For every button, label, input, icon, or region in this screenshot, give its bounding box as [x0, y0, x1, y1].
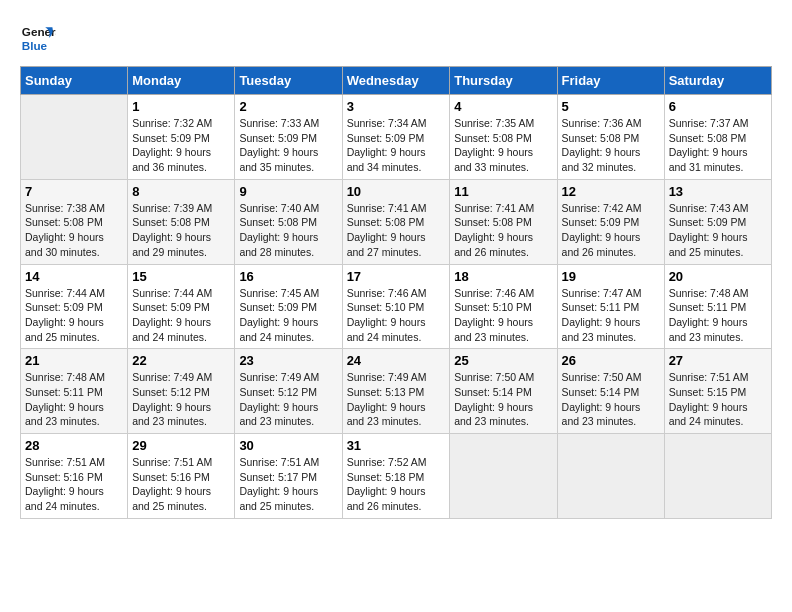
day-info: Sunrise: 7:34 AMSunset: 5:09 PMDaylight:…	[347, 116, 446, 175]
day-number: 23	[239, 353, 337, 368]
calendar-cell: 10Sunrise: 7:41 AMSunset: 5:08 PMDayligh…	[342, 179, 450, 264]
day-number: 11	[454, 184, 552, 199]
day-header-thursday: Thursday	[450, 67, 557, 95]
calendar-week-4: 21Sunrise: 7:48 AMSunset: 5:11 PMDayligh…	[21, 349, 772, 434]
day-number: 30	[239, 438, 337, 453]
day-number: 28	[25, 438, 123, 453]
calendar-cell: 1Sunrise: 7:32 AMSunset: 5:09 PMDaylight…	[128, 95, 235, 180]
day-number: 1	[132, 99, 230, 114]
day-number: 3	[347, 99, 446, 114]
day-number: 24	[347, 353, 446, 368]
calendar-cell: 16Sunrise: 7:45 AMSunset: 5:09 PMDayligh…	[235, 264, 342, 349]
calendar-cell: 13Sunrise: 7:43 AMSunset: 5:09 PMDayligh…	[664, 179, 771, 264]
day-info: Sunrise: 7:37 AMSunset: 5:08 PMDaylight:…	[669, 116, 767, 175]
calendar-cell: 31Sunrise: 7:52 AMSunset: 5:18 PMDayligh…	[342, 434, 450, 519]
calendar-cell: 6Sunrise: 7:37 AMSunset: 5:08 PMDaylight…	[664, 95, 771, 180]
day-info: Sunrise: 7:47 AMSunset: 5:11 PMDaylight:…	[562, 286, 660, 345]
day-info: Sunrise: 7:51 AMSunset: 5:16 PMDaylight:…	[132, 455, 230, 514]
day-info: Sunrise: 7:39 AMSunset: 5:08 PMDaylight:…	[132, 201, 230, 260]
day-info: Sunrise: 7:43 AMSunset: 5:09 PMDaylight:…	[669, 201, 767, 260]
day-header-friday: Friday	[557, 67, 664, 95]
day-number: 2	[239, 99, 337, 114]
day-number: 21	[25, 353, 123, 368]
page-header: General Blue	[20, 20, 772, 56]
calendar-cell: 4Sunrise: 7:35 AMSunset: 5:08 PMDaylight…	[450, 95, 557, 180]
day-number: 29	[132, 438, 230, 453]
calendar-cell: 19Sunrise: 7:47 AMSunset: 5:11 PMDayligh…	[557, 264, 664, 349]
day-info: Sunrise: 7:50 AMSunset: 5:14 PMDaylight:…	[454, 370, 552, 429]
day-number: 31	[347, 438, 446, 453]
calendar-cell: 20Sunrise: 7:48 AMSunset: 5:11 PMDayligh…	[664, 264, 771, 349]
calendar-cell: 12Sunrise: 7:42 AMSunset: 5:09 PMDayligh…	[557, 179, 664, 264]
day-info: Sunrise: 7:45 AMSunset: 5:09 PMDaylight:…	[239, 286, 337, 345]
day-info: Sunrise: 7:46 AMSunset: 5:10 PMDaylight:…	[347, 286, 446, 345]
day-number: 4	[454, 99, 552, 114]
day-number: 7	[25, 184, 123, 199]
day-info: Sunrise: 7:40 AMSunset: 5:08 PMDaylight:…	[239, 201, 337, 260]
day-info: Sunrise: 7:51 AMSunset: 5:16 PMDaylight:…	[25, 455, 123, 514]
day-header-tuesday: Tuesday	[235, 67, 342, 95]
calendar-cell: 23Sunrise: 7:49 AMSunset: 5:12 PMDayligh…	[235, 349, 342, 434]
day-number: 22	[132, 353, 230, 368]
day-info: Sunrise: 7:41 AMSunset: 5:08 PMDaylight:…	[454, 201, 552, 260]
day-header-saturday: Saturday	[664, 67, 771, 95]
day-number: 5	[562, 99, 660, 114]
day-info: Sunrise: 7:36 AMSunset: 5:08 PMDaylight:…	[562, 116, 660, 175]
calendar-cell: 22Sunrise: 7:49 AMSunset: 5:12 PMDayligh…	[128, 349, 235, 434]
calendar-cell	[664, 434, 771, 519]
calendar-cell: 27Sunrise: 7:51 AMSunset: 5:15 PMDayligh…	[664, 349, 771, 434]
calendar-cell: 17Sunrise: 7:46 AMSunset: 5:10 PMDayligh…	[342, 264, 450, 349]
day-info: Sunrise: 7:44 AMSunset: 5:09 PMDaylight:…	[25, 286, 123, 345]
calendar-week-5: 28Sunrise: 7:51 AMSunset: 5:16 PMDayligh…	[21, 434, 772, 519]
day-number: 6	[669, 99, 767, 114]
day-number: 20	[669, 269, 767, 284]
calendar-cell	[557, 434, 664, 519]
calendar-cell: 18Sunrise: 7:46 AMSunset: 5:10 PMDayligh…	[450, 264, 557, 349]
calendar-cell: 26Sunrise: 7:50 AMSunset: 5:14 PMDayligh…	[557, 349, 664, 434]
day-number: 13	[669, 184, 767, 199]
day-info: Sunrise: 7:42 AMSunset: 5:09 PMDaylight:…	[562, 201, 660, 260]
day-info: Sunrise: 7:44 AMSunset: 5:09 PMDaylight:…	[132, 286, 230, 345]
day-number: 27	[669, 353, 767, 368]
day-number: 26	[562, 353, 660, 368]
day-number: 15	[132, 269, 230, 284]
day-info: Sunrise: 7:49 AMSunset: 5:13 PMDaylight:…	[347, 370, 446, 429]
day-info: Sunrise: 7:51 AMSunset: 5:15 PMDaylight:…	[669, 370, 767, 429]
day-number: 14	[25, 269, 123, 284]
calendar-cell: 9Sunrise: 7:40 AMSunset: 5:08 PMDaylight…	[235, 179, 342, 264]
day-info: Sunrise: 7:33 AMSunset: 5:09 PMDaylight:…	[239, 116, 337, 175]
logo: General Blue	[20, 20, 56, 56]
calendar-cell: 28Sunrise: 7:51 AMSunset: 5:16 PMDayligh…	[21, 434, 128, 519]
day-info: Sunrise: 7:46 AMSunset: 5:10 PMDaylight:…	[454, 286, 552, 345]
calendar-table: SundayMondayTuesdayWednesdayThursdayFrid…	[20, 66, 772, 519]
calendar-cell: 5Sunrise: 7:36 AMSunset: 5:08 PMDaylight…	[557, 95, 664, 180]
calendar-week-3: 14Sunrise: 7:44 AMSunset: 5:09 PMDayligh…	[21, 264, 772, 349]
calendar-cell: 24Sunrise: 7:49 AMSunset: 5:13 PMDayligh…	[342, 349, 450, 434]
day-number: 16	[239, 269, 337, 284]
svg-text:Blue: Blue	[22, 39, 48, 52]
day-number: 9	[239, 184, 337, 199]
calendar-cell: 11Sunrise: 7:41 AMSunset: 5:08 PMDayligh…	[450, 179, 557, 264]
day-info: Sunrise: 7:41 AMSunset: 5:08 PMDaylight:…	[347, 201, 446, 260]
day-number: 19	[562, 269, 660, 284]
day-header-monday: Monday	[128, 67, 235, 95]
day-header-sunday: Sunday	[21, 67, 128, 95]
day-info: Sunrise: 7:32 AMSunset: 5:09 PMDaylight:…	[132, 116, 230, 175]
calendar-week-2: 7Sunrise: 7:38 AMSunset: 5:08 PMDaylight…	[21, 179, 772, 264]
day-info: Sunrise: 7:51 AMSunset: 5:17 PMDaylight:…	[239, 455, 337, 514]
day-number: 10	[347, 184, 446, 199]
day-info: Sunrise: 7:49 AMSunset: 5:12 PMDaylight:…	[239, 370, 337, 429]
day-number: 25	[454, 353, 552, 368]
calendar-week-1: 1Sunrise: 7:32 AMSunset: 5:09 PMDaylight…	[21, 95, 772, 180]
calendar-cell	[21, 95, 128, 180]
calendar-cell: 21Sunrise: 7:48 AMSunset: 5:11 PMDayligh…	[21, 349, 128, 434]
calendar-cell: 29Sunrise: 7:51 AMSunset: 5:16 PMDayligh…	[128, 434, 235, 519]
day-number: 8	[132, 184, 230, 199]
calendar-header-row: SundayMondayTuesdayWednesdayThursdayFrid…	[21, 67, 772, 95]
day-info: Sunrise: 7:48 AMSunset: 5:11 PMDaylight:…	[669, 286, 767, 345]
calendar-cell: 7Sunrise: 7:38 AMSunset: 5:08 PMDaylight…	[21, 179, 128, 264]
day-number: 17	[347, 269, 446, 284]
day-number: 18	[454, 269, 552, 284]
calendar-cell: 14Sunrise: 7:44 AMSunset: 5:09 PMDayligh…	[21, 264, 128, 349]
logo-icon: General Blue	[20, 20, 56, 56]
